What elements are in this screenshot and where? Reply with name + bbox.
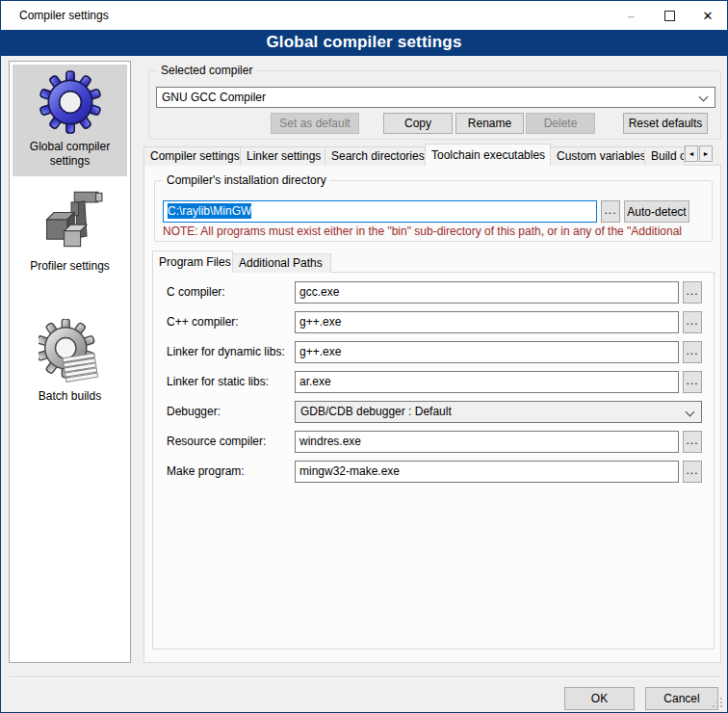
- tab-compiler-settings[interactable]: Compiler settings: [143, 146, 241, 166]
- rename-button[interactable]: Rename: [455, 113, 524, 134]
- debugger-label: Debugger:: [167, 401, 221, 423]
- set-as-default-button[interactable]: Set as default: [271, 113, 359, 134]
- profiler-caliper-icon: [14, 185, 125, 254]
- compiler-select[interactable]: GNU GCC Compiler: [156, 87, 715, 108]
- debugger-select[interactable]: GDB/CDB debugger : Default: [295, 401, 702, 423]
- install-dir-input[interactable]: C:\raylib\MinGW: [163, 200, 597, 223]
- sidebar-item-global-compiler-settings[interactable]: Global compiler settings: [13, 65, 127, 176]
- tab-toolchain-executables[interactable]: Toolchain executables: [425, 144, 551, 166]
- resize-grip[interactable]: [720, 705, 722, 707]
- program-files-tabs: Program Files Additional Paths: [152, 249, 330, 273]
- sidebar-item-label: Profiler settings: [14, 259, 125, 274]
- resource-compiler-label: Resource compiler:: [167, 431, 266, 453]
- subtab-program-files[interactable]: Program Files: [152, 251, 233, 273]
- selected-compiler-group-label: Selected compiler: [157, 64, 256, 78]
- make-program-label: Make program:: [167, 461, 245, 483]
- tab-build-options[interactable]: Build options: [644, 146, 685, 166]
- compiler-tabs: Compiler settings Linker settings Search…: [143, 144, 714, 166]
- dynamic-linker-browse-button[interactable]: ...: [683, 341, 702, 363]
- settings-category-list: Global compiler settings: [9, 61, 131, 663]
- minimize-icon: –: [611, 1, 650, 30]
- install-dir-group: Compiler's installation directory C:\ray…: [154, 180, 713, 242]
- chevron-down-icon: [699, 92, 709, 102]
- reset-defaults-button[interactable]: Reset defaults: [623, 113, 708, 134]
- make-program-input[interactable]: mingw32-make.exe: [295, 461, 679, 483]
- resource-compiler-browse-button[interactable]: ...: [683, 431, 702, 453]
- subtab-additional-paths[interactable]: Additional Paths: [232, 253, 331, 273]
- install-dir-note: NOTE: All programs must exist either in …: [163, 224, 708, 238]
- page-title: Global compiler settings: [1, 30, 727, 56]
- title-bar: Compiler settings – ✕: [1, 1, 727, 30]
- dynamic-linker-input[interactable]: g++.exe: [295, 341, 679, 363]
- program-files-panel: C compiler: gcc.exe ... C++ compiler: g+…: [152, 272, 715, 649]
- compiler-select-value: GNU GCC Compiler: [162, 91, 266, 104]
- sidebar-item-label: Batch builds: [14, 389, 125, 404]
- toolchain-executables-page: Compiler's installation directory C:\ray…: [143, 165, 721, 663]
- auto-detect-button[interactable]: Auto-detect: [624, 200, 689, 223]
- copy-button[interactable]: Copy: [383, 113, 453, 134]
- tab-search-directories[interactable]: Search directories: [325, 146, 426, 166]
- batch-builds-icon: [14, 319, 125, 384]
- close-icon[interactable]: ✕: [689, 1, 727, 30]
- debugger-select-value: GDB/CDB debugger : Default: [300, 405, 452, 418]
- tab-custom-variables[interactable]: Custom variables: [550, 146, 645, 166]
- maximize-icon[interactable]: [650, 1, 689, 30]
- sidebar-item-batch-builds[interactable]: Batch builds: [13, 314, 127, 411]
- sidebar-item-label: Global compiler settings: [14, 140, 125, 169]
- window-title: Compiler settings: [1, 9, 109, 22]
- c-compiler-browse-button[interactable]: ...: [683, 281, 702, 304]
- cpp-compiler-input[interactable]: g++.exe: [295, 311, 679, 333]
- c-compiler-label: C compiler:: [167, 281, 225, 304]
- make-program-browse-button[interactable]: ...: [683, 461, 702, 483]
- delete-button[interactable]: Delete: [526, 113, 595, 134]
- footer-divider: [10, 676, 720, 678]
- static-linker-input[interactable]: ar.exe: [295, 371, 679, 393]
- chevron-down-icon: [686, 408, 695, 417]
- tab-linker-settings[interactable]: Linker settings: [240, 146, 325, 166]
- window-controls: – ✕: [611, 1, 727, 30]
- ok-button[interactable]: OK: [564, 687, 635, 710]
- install-dir-group-label: Compiler's installation directory: [163, 173, 330, 188]
- tab-scroll-left-icon[interactable]: ◄: [685, 145, 698, 162]
- selected-compiler-group: Selected compiler GNU GCC Compiler Set a…: [148, 70, 721, 140]
- static-linker-browse-button[interactable]: ...: [683, 371, 702, 393]
- cpp-compiler-browse-button[interactable]: ...: [683, 311, 702, 333]
- cpp-compiler-label: C++ compiler:: [167, 311, 239, 333]
- static-linker-label: Linker for static libs:: [167, 371, 269, 393]
- cancel-button[interactable]: Cancel: [645, 687, 718, 710]
- gear-blue-icon: [14, 69, 125, 135]
- c-compiler-input[interactable]: gcc.exe: [295, 281, 679, 304]
- tab-scroll-right-icon[interactable]: ►: [699, 145, 713, 162]
- compiler-settings-dialog: Compiler settings – ✕ Global compiler se…: [0, 0, 728, 713]
- dynamic-linker-label: Linker for dynamic libs:: [167, 341, 285, 363]
- install-dir-browse-button[interactable]: ...: [601, 200, 620, 223]
- sidebar-item-profiler-settings[interactable]: Profiler settings: [13, 180, 127, 281]
- install-dir-value: C:\raylib\MinGW: [168, 203, 251, 219]
- resource-compiler-input[interactable]: windres.exe: [295, 431, 679, 453]
